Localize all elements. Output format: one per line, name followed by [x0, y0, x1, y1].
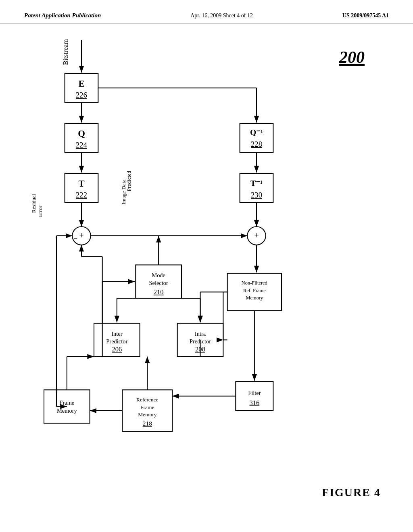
svg-text:Memory: Memory — [138, 411, 157, 418]
svg-text:Non-Filtered: Non-Filtered — [242, 280, 268, 286]
predicted-image-label: Predicted — [126, 170, 132, 191]
svg-text:Frame: Frame — [140, 404, 154, 410]
svg-text:Inter: Inter — [111, 330, 122, 337]
svg-text:Q⁻¹: Q⁻¹ — [250, 128, 263, 137]
svg-text:+: + — [254, 231, 259, 240]
header-date-sheet: Apr. 16, 2009 Sheet 4 of 12 — [190, 12, 253, 19]
svg-text:Mode: Mode — [152, 272, 165, 278]
svg-text:210: 210 — [154, 288, 164, 296]
bitstream-label: Bitstream — [62, 39, 69, 65]
svg-text:−: − — [74, 235, 77, 242]
svg-text:222: 222 — [76, 191, 87, 199]
svg-text:Memory: Memory — [57, 407, 77, 414]
svg-text:Frame: Frame — [59, 399, 74, 406]
svg-text:Filter: Filter — [248, 390, 261, 396]
svg-text:E: E — [78, 79, 84, 89]
svg-text:224: 224 — [76, 141, 87, 149]
svg-text:Selector: Selector — [149, 280, 168, 286]
svg-text:Intra: Intra — [195, 330, 206, 337]
block-frame-memory — [44, 390, 90, 423]
predicted-image-label2: Image Data — [121, 179, 127, 204]
diagram-area: 200 Bitstream E 226 Q 224 T 222 Q⁻¹ 228 — [0, 23, 413, 523]
svg-text:316: 316 — [249, 399, 259, 407]
svg-text:+: + — [79, 231, 84, 240]
svg-text:Memory: Memory — [246, 295, 263, 301]
svg-text:Ref. Frame: Ref. Frame — [243, 288, 266, 293]
residual-error-label2: Error — [37, 206, 43, 217]
header-publication-label: Patent Application Publication — [24, 12, 101, 19]
svg-text:Reference: Reference — [136, 397, 158, 403]
block-diagram: Bitstream E 226 Q 224 T 222 Q⁻¹ 228 T⁻¹ … — [0, 23, 413, 523]
svg-text:Predictor: Predictor — [106, 338, 127, 345]
svg-text:218: 218 — [143, 420, 152, 427]
page-header: Patent Application Publication Apr. 16, … — [0, 0, 413, 23]
svg-text:206: 206 — [112, 345, 122, 353]
svg-text:228: 228 — [251, 140, 262, 148]
svg-text:T: T — [78, 179, 84, 189]
residual-error-label: Residual — [31, 194, 37, 213]
svg-text:230: 230 — [251, 191, 262, 199]
svg-text:226: 226 — [76, 91, 87, 99]
svg-text:T⁻¹: T⁻¹ — [250, 179, 263, 187]
figure-label: FIGURE 4 — [322, 486, 381, 499]
header-patent-number: US 2009/097545 A1 — [342, 12, 389, 19]
svg-text:Q: Q — [78, 129, 85, 139]
